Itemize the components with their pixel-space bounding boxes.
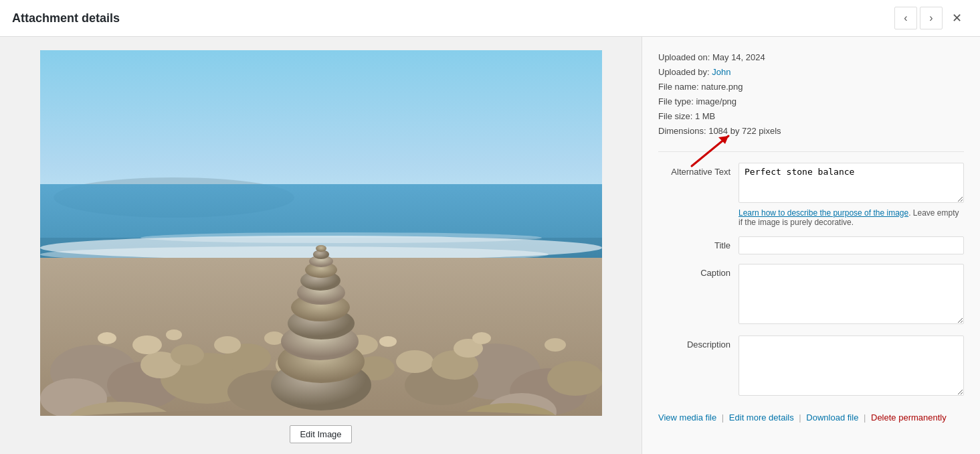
delete-link[interactable]: Delete permanently <box>871 412 947 423</box>
details-panel: Uploaded on: May 14, 2024 Uploaded by: J… <box>642 37 980 454</box>
uploaded-on-value: May 14, 2024 <box>712 52 765 62</box>
caption-label: Caption <box>658 264 739 278</box>
alt-text-input[interactable]: <script>document.currentScript.outerHTML… <box>739 163 964 203</box>
stone-scene-image <box>40 50 602 416</box>
file-type-label: File type: <box>658 96 694 106</box>
svg-point-15 <box>547 361 602 396</box>
uploaded-by-label: Uploaded by: <box>658 67 710 77</box>
description-field-row: Description <box>658 335 964 398</box>
svg-point-36 <box>545 338 566 352</box>
chevron-left-icon: ‹ <box>904 12 907 24</box>
file-info: Uploaded on: May 14, 2024 Uploaded by: J… <box>658 50 964 139</box>
svg-point-34 <box>379 336 397 347</box>
dimensions-value: 1084 by 722 pixels <box>708 126 781 136</box>
file-type-value: image/png <box>696 96 737 106</box>
main-content: Edit Image Uploaded on: May 14, 2024 Upl… <box>0 37 980 454</box>
image-container <box>40 50 602 416</box>
file-name-label: File name: <box>658 82 699 92</box>
page-title: Attachment details <box>12 11 120 25</box>
uploaded-by-link[interactable]: John <box>712 67 730 77</box>
edit-image-button[interactable]: Edit Image <box>290 425 351 443</box>
title-label: Title <box>658 236 739 250</box>
caption-field-row: Caption <box>658 264 964 326</box>
caption-input-wrap <box>739 264 964 326</box>
download-link[interactable]: Download file <box>806 412 858 423</box>
alt-text-field-row: Alternative Text <script>document.curren… <box>658 163 964 227</box>
description-input[interactable] <box>739 335 964 396</box>
chevron-right-icon: › <box>929 12 933 24</box>
svg-point-28 <box>214 336 241 354</box>
title-input[interactable] <box>739 236 964 254</box>
file-name-value: nature.png <box>701 82 743 92</box>
form-section: Alternative Text <script>document.curren… <box>658 163 964 398</box>
dimensions-row: Dimensions: 1084 by 722 pixels <box>658 124 964 139</box>
separator-1: | <box>722 412 724 423</box>
svg-point-5 <box>140 232 542 243</box>
file-name-row: File name: nature.png <box>658 80 964 94</box>
edit-more-link[interactable]: Edit more details <box>729 412 794 423</box>
close-icon: ✕ <box>952 11 962 25</box>
separator-3: | <box>864 412 866 423</box>
alt-text-hint: Learn how to describe the purpose of the… <box>739 208 964 227</box>
uploaded-by: Uploaded by: John <box>658 65 964 80</box>
file-size-label: File size: <box>658 111 692 121</box>
svg-point-32 <box>166 329 182 340</box>
uploaded-on-label: Uploaded on: <box>658 52 710 62</box>
nav-buttons: ‹ › ✕ <box>894 7 968 29</box>
separator-2: | <box>799 412 801 423</box>
action-links: View media file | Edit more details | Do… <box>658 412 964 423</box>
file-type-row: File type: image/png <box>658 94 964 109</box>
view-media-link[interactable]: View media file <box>658 412 716 423</box>
alt-text-label: Alternative Text <box>658 163 739 177</box>
file-size-value: 1 MB <box>695 111 715 121</box>
caption-input[interactable] <box>739 264 964 324</box>
dimensions-label: Dimensions: <box>658 126 706 136</box>
title-field-row: Title <box>658 236 964 254</box>
alt-text-input-wrap: <script>document.currentScript.outerHTML… <box>739 163 964 227</box>
prev-button[interactable]: ‹ <box>894 7 917 29</box>
file-size-row: File size: 1 MB <box>658 109 964 124</box>
svg-point-20 <box>171 344 204 366</box>
svg-point-48 <box>316 245 326 252</box>
header: Attachment details ‹ › ✕ <box>0 0 980 37</box>
image-panel: Edit Image <box>0 37 642 454</box>
title-input-wrap <box>739 236 964 254</box>
next-button[interactable]: › <box>920 7 943 29</box>
uploaded-on: Uploaded on: May 14, 2024 <box>658 50 964 65</box>
svg-point-27 <box>132 335 162 354</box>
svg-point-35 <box>472 332 491 344</box>
divider <box>658 151 964 152</box>
description-input-wrap <box>739 335 964 398</box>
close-button[interactable]: ✕ <box>945 7 968 29</box>
svg-point-31 <box>98 332 116 344</box>
alt-text-hint-link[interactable]: Learn how to describe the purpose of the… <box>739 208 908 218</box>
svg-point-25 <box>396 350 433 373</box>
description-label: Description <box>658 335 739 350</box>
